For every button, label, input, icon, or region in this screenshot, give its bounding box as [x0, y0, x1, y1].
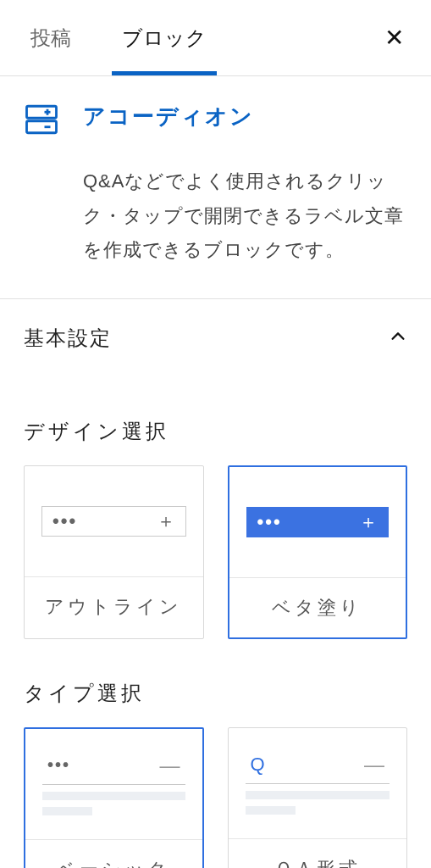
- plus-icon: ＋: [157, 509, 175, 534]
- design-outline-preview: ••• ＋: [25, 466, 203, 576]
- q-glyph: Q: [251, 754, 265, 776]
- block-header: アコーディオン: [0, 76, 431, 151]
- type-basic-label: ベーシック: [25, 839, 202, 868]
- minus-icon: —: [160, 754, 180, 777]
- placeholder-line: [246, 791, 390, 799]
- block-description: Q&Aなどでよく使用されるクリック・タップで開閉できるラベル文章を作成できるブロ…: [0, 151, 431, 298]
- svg-rect-1: [27, 121, 57, 133]
- chevron-up-icon: [389, 327, 407, 349]
- section-basic-title: 基本設定: [24, 325, 112, 352]
- type-qa-preview: Q —: [229, 728, 407, 838]
- placeholder-line: [42, 792, 185, 800]
- tab-block[interactable]: ブロック: [112, 0, 217, 75]
- type-option-basic[interactable]: ••• — ベーシック: [24, 727, 204, 868]
- close-button[interactable]: ✕: [378, 17, 411, 58]
- dots-icon: •••: [257, 511, 282, 533]
- design-option-grid: ••• ＋ アウトライン ••• ＋ ベタ塗り: [24, 465, 407, 639]
- tab-post[interactable]: 投稿: [20, 0, 81, 75]
- design-select-title: デザイン選択: [24, 418, 407, 445]
- plus-icon: ＋: [359, 509, 378, 535]
- minus-icon: —: [364, 753, 384, 776]
- type-select-title: タイプ選択: [24, 680, 407, 707]
- section-basic-body: デザイン選択 ••• ＋ アウトライン ••• ＋ ベタ塗り タイプ選択: [0, 418, 431, 868]
- design-solid-label: ベタ塗り: [229, 577, 406, 637]
- inspector-tabs: 投稿 ブロック ✕: [0, 0, 431, 76]
- type-option-grid: ••• — ベーシック Q —: [24, 727, 407, 868]
- type-qa-label: ＱＡ形式: [229, 838, 407, 868]
- dots-icon: •••: [52, 510, 77, 532]
- section-basic-header[interactable]: 基本設定: [0, 299, 431, 377]
- design-option-solid[interactable]: ••• ＋ ベタ塗り: [228, 465, 408, 639]
- block-title: アコーディオン: [83, 102, 254, 131]
- design-option-outline[interactable]: ••• ＋ アウトライン: [24, 465, 204, 639]
- design-solid-preview: ••• ＋: [229, 467, 406, 577]
- svg-rect-0: [27, 106, 57, 118]
- dots-icon: •••: [47, 755, 70, 775]
- design-outline-label: アウトライン: [25, 576, 203, 637]
- type-option-qa[interactable]: Q — ＱＡ形式: [228, 727, 408, 868]
- type-basic-preview: ••• —: [25, 729, 202, 839]
- placeholder-line: [42, 807, 92, 815]
- placeholder-line: [246, 806, 296, 815]
- accordion-icon: [24, 102, 59, 141]
